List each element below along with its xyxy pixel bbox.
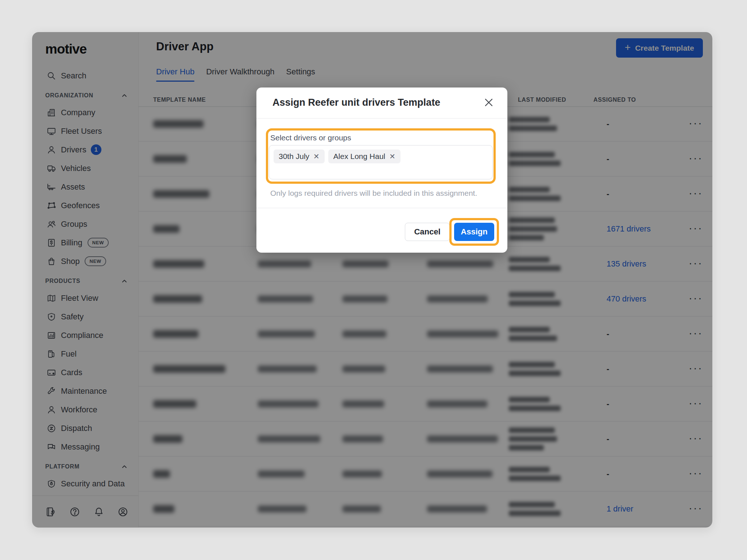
modal-header-divider xyxy=(256,118,507,118)
assign-button[interactable]: Assign xyxy=(454,223,494,241)
close-icon[interactable] xyxy=(483,96,495,109)
assign-template-modal: Assign Reefer unit drivers Template Sele… xyxy=(256,88,507,253)
chip-label: 30th July xyxy=(279,152,309,161)
helper-text: Only logs required drivers will be inclu… xyxy=(270,189,477,198)
modal-title: Assign Reefer unit drivers Template xyxy=(272,97,440,108)
chip-remove-icon[interactable]: ✕ xyxy=(313,152,320,161)
chip-30th-july: 30th July✕ xyxy=(274,149,325,163)
selected-chips: 30th July✕Alex Long Haul✕ xyxy=(274,149,400,163)
screenshot-frame: motive SearchORGANIZATIONCompanyFleet Us… xyxy=(0,0,747,560)
chip-alex-long-haul: Alex Long Haul✕ xyxy=(328,149,400,163)
chip-label: Alex Long Haul xyxy=(333,152,385,161)
cancel-button[interactable]: Cancel xyxy=(405,223,450,241)
modal-footer-divider xyxy=(256,208,507,208)
drivers-groups-input[interactable]: 30th July✕Alex Long Haul✕ xyxy=(269,145,493,179)
chip-remove-icon[interactable]: ✕ xyxy=(389,152,395,161)
select-drivers-label: Select drivers or groups xyxy=(270,133,351,142)
